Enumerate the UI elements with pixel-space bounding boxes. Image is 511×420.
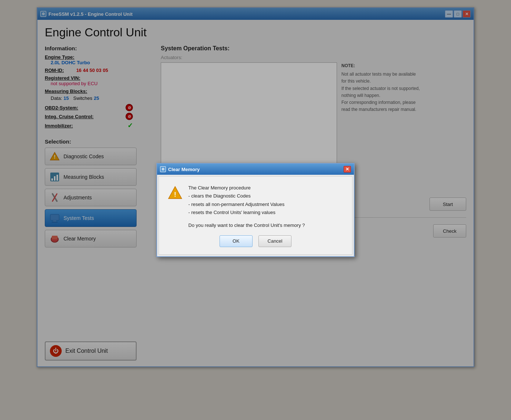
modal-text-block: The Clear Memory procedure- clears the D… [188,184,305,228]
modal-title: Clear Memory [168,167,200,172]
modal-question: Do you really want to clear the Control … [188,222,305,228]
modal-buttons: OK Cancel [168,235,343,247]
modal-ok-button[interactable]: OK [220,235,253,247]
modal-close-button[interactable]: ✕ [344,166,351,173]
modal-title-bar: ⚙ Clear Memory ✕ [157,164,354,175]
modal-warning-icon: ! [168,185,182,200]
modal-overlay: ⚙ Clear Memory ✕ ! The Clear Memory proc… [0,0,511,420]
modal-body: ! The Clear Memory procedure- clears the… [159,176,352,254]
modal-window-icon: ⚙ [160,166,166,172]
clear-memory-modal: ⚙ Clear Memory ✕ ! The Clear Memory proc… [156,163,355,257]
svg-text:!: ! [174,191,176,198]
modal-cancel-button[interactable]: Cancel [258,235,291,247]
modal-lines: The Clear Memory procedure- clears the D… [188,184,305,216]
modal-content: ! The Clear Memory procedure- clears the… [168,184,343,228]
